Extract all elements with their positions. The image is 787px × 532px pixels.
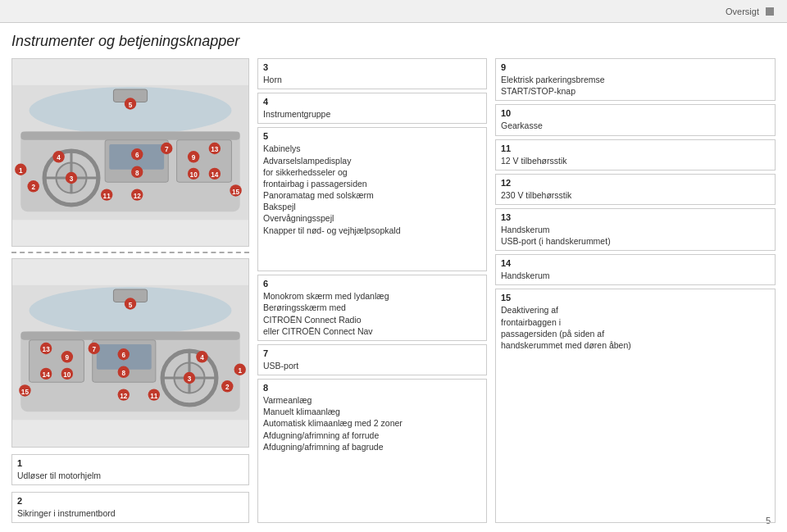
svg-text:8: 8 xyxy=(135,170,139,177)
item-13-number: 13 xyxy=(501,212,770,222)
svg-text:2: 2 xyxy=(31,184,35,191)
item-12-box: 12 230 V tilbehørsstik xyxy=(495,174,776,205)
header-square-icon xyxy=(766,7,774,16)
item-14-text: Handskerum xyxy=(501,270,770,281)
svg-text:3: 3 xyxy=(188,375,192,383)
item-3-text: Horn xyxy=(263,74,481,85)
svg-text:11: 11 xyxy=(103,193,111,200)
svg-text:9: 9 xyxy=(66,355,70,362)
item-11-number: 11 xyxy=(501,143,770,153)
item-9-number: 9 xyxy=(501,62,770,72)
item-14-box: 14 Handskerum xyxy=(495,254,776,285)
car-diagram-top-svg: 5 4 3 6 7 8 xyxy=(12,59,248,246)
svg-text:3: 3 xyxy=(70,175,74,183)
svg-text:11: 11 xyxy=(150,393,158,400)
item-8-box: 8 Varmeanlæg Manuelt klimaanlæg Automati… xyxy=(257,379,487,523)
item-8-text: Varmeanlæg Manuelt klimaanlæg Automatisk… xyxy=(263,394,481,452)
svg-text:12: 12 xyxy=(134,193,142,200)
item-3-box: 3 Horn xyxy=(257,58,487,89)
svg-text:15: 15 xyxy=(232,189,240,196)
item-7-text: USB-port xyxy=(263,360,481,371)
item-1-box: 1 Udløser til motorhjelm xyxy=(11,454,249,485)
header-bar: Oversigt xyxy=(0,0,787,23)
svg-text:6: 6 xyxy=(121,352,125,360)
main-layout: 5 4 3 6 7 8 xyxy=(11,58,776,523)
item-13-box: 13 Handskerum USB-port (i handskerummet) xyxy=(495,208,776,251)
car-diagram-bottom: 5 4 3 6 7 8 9 10 11 xyxy=(11,258,249,447)
svg-text:5: 5 xyxy=(129,302,133,309)
item-6-box: 6 Monokrom skærm med lydanlæg Berøringss… xyxy=(257,275,487,341)
svg-text:15: 15 xyxy=(21,389,30,396)
right-col: 9 Elektrisk parkeringsbremse START/STOP-… xyxy=(495,58,776,523)
item-4-number: 4 xyxy=(263,97,481,107)
item-10-text: Gearkasse xyxy=(501,120,770,131)
svg-text:5: 5 xyxy=(129,102,133,109)
item-12-number: 12 xyxy=(501,178,770,188)
svg-text:9: 9 xyxy=(192,154,196,161)
item-2-text: Sikringer i instrumentbord xyxy=(17,507,243,519)
item-5-text: Kabinelys Advarselslampedisplay for sikk… xyxy=(263,143,481,235)
svg-rect-3 xyxy=(20,131,239,139)
item-14-number: 14 xyxy=(501,258,770,268)
item-9-box: 9 Elektrisk parkeringsbremse START/STOP-… xyxy=(495,58,776,101)
item-10-box: 10 Gearkasse xyxy=(495,104,776,135)
svg-text:1: 1 xyxy=(238,367,242,375)
svg-text:4: 4 xyxy=(200,355,204,362)
item-11-box: 11 12 V tilbehørsstik xyxy=(495,139,776,171)
svg-text:10: 10 xyxy=(63,371,71,379)
svg-text:8: 8 xyxy=(121,370,125,377)
item-11-text: 12 V tilbehørsstik xyxy=(501,155,770,166)
page-title: Instrumenter og betjeningsknapper xyxy=(11,33,776,50)
item-7-box: 7 USB-port xyxy=(257,344,487,375)
item-10-number: 10 xyxy=(501,108,770,118)
svg-text:7: 7 xyxy=(165,146,169,153)
main-content: Instrumenter og betjeningsknapper xyxy=(0,23,787,532)
item-7-number: 7 xyxy=(263,348,481,358)
item-5-number: 5 xyxy=(263,131,481,141)
car-diagram-top: 5 4 3 6 7 8 xyxy=(11,58,249,247)
svg-rect-52 xyxy=(30,340,84,382)
item-6-number: 6 xyxy=(263,279,481,289)
item-15-number: 15 xyxy=(501,293,770,302)
svg-text:7: 7 xyxy=(92,346,96,353)
item-2-box: 2 Sikringer i instrumentbord xyxy=(11,492,249,523)
svg-text:10: 10 xyxy=(190,171,198,179)
middle-col: 3 Horn 4 Instrumentgruppe 5 Kabinelys Ad… xyxy=(257,58,487,523)
svg-text:4: 4 xyxy=(57,154,61,161)
item-5-box: 5 Kabinelys Advarselslampedisplay for si… xyxy=(257,127,487,271)
item-4-text: Instrumentgruppe xyxy=(263,108,481,120)
car-diagram-bottom-svg: 5 4 3 6 7 8 9 10 11 xyxy=(12,259,248,446)
item-6-text: Monokrom skærm med lydanlæg Berøringsskæ… xyxy=(263,290,481,337)
header-title: Oversigt xyxy=(726,7,759,16)
diagram-separator xyxy=(11,252,249,253)
svg-text:1: 1 xyxy=(19,167,23,175)
svg-text:6: 6 xyxy=(135,152,139,159)
svg-text:14: 14 xyxy=(211,171,219,179)
svg-rect-10 xyxy=(177,140,232,182)
item-15-text: Deaktivering af frontairbaggen i passage… xyxy=(501,304,770,351)
item-13-text: Handskerum USB-port (i handskerummet) xyxy=(501,224,770,247)
item-9-text: Elektrisk parkeringsbremse START/STOP-kn… xyxy=(501,74,770,97)
item-2-number: 2 xyxy=(17,496,243,506)
item-15-box: 15 Deaktivering af frontairbaggen i pass… xyxy=(495,289,776,523)
item-12-text: 230 V tilbehørsstik xyxy=(501,189,770,201)
left-panel: 5 4 3 6 7 8 xyxy=(11,58,249,523)
item-3-number: 3 xyxy=(263,62,481,72)
item-4-box: 4 Instrumentgruppe xyxy=(257,93,487,124)
item-1-text: Udløser til motorhjelm xyxy=(17,470,243,481)
item-1-number: 1 xyxy=(17,458,243,468)
svg-text:13: 13 xyxy=(43,346,51,353)
svg-text:2: 2 xyxy=(225,384,230,392)
svg-text:12: 12 xyxy=(120,393,128,400)
svg-rect-45 xyxy=(20,332,239,340)
svg-text:13: 13 xyxy=(211,146,219,153)
item-8-number: 8 xyxy=(263,383,481,393)
svg-text:14: 14 xyxy=(43,371,51,379)
